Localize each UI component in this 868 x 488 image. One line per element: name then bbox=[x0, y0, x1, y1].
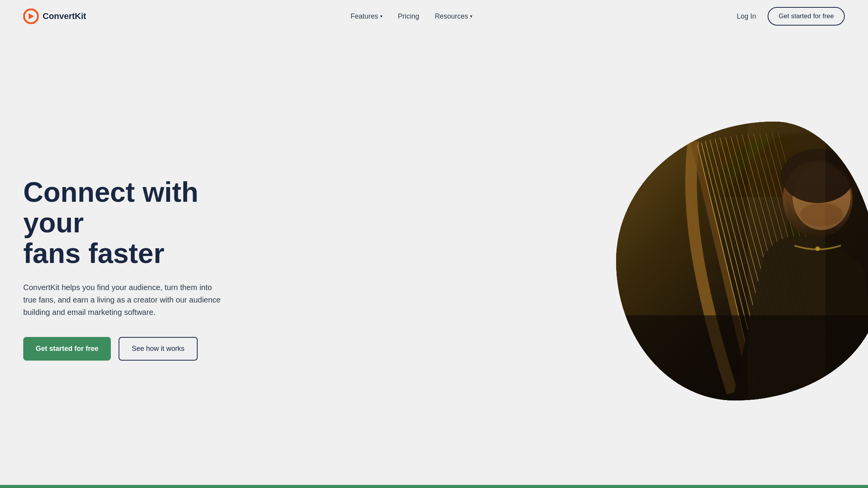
nav-item-resources[interactable]: Resources ▾ bbox=[435, 12, 472, 21]
nav-actions: Log In Get started for free bbox=[737, 7, 845, 26]
login-link[interactable]: Log In bbox=[737, 12, 756, 21]
hero-image-container bbox=[616, 122, 868, 400]
svg-rect-25 bbox=[616, 315, 868, 400]
resources-label: Resources bbox=[435, 12, 468, 21]
nav-item-pricing[interactable]: Pricing bbox=[398, 12, 419, 21]
bottom-accent-bar bbox=[0, 485, 868, 488]
pricing-label: Pricing bbox=[398, 12, 419, 21]
resources-link[interactable]: Resources ▾ bbox=[435, 12, 472, 21]
logo-text: ConvertKit bbox=[43, 11, 86, 21]
convertkit-logo-icon bbox=[23, 9, 39, 24]
hero-buttons: Get started for free See how it works bbox=[23, 337, 248, 361]
nav-links: Features ▾ Pricing Resources ▾ bbox=[351, 12, 472, 21]
hero-image-blob bbox=[616, 122, 868, 400]
features-link[interactable]: Features ▾ bbox=[351, 12, 382, 21]
resources-chevron-icon: ▾ bbox=[470, 14, 472, 19]
harp-visual bbox=[616, 122, 868, 400]
features-chevron-icon: ▾ bbox=[380, 14, 382, 19]
nav-item-features[interactable]: Features ▾ bbox=[351, 12, 382, 21]
hero-image-inner bbox=[616, 122, 868, 400]
navbar: ConvertKit Features ▾ Pricing Resources … bbox=[0, 0, 868, 33]
nav-get-started-button[interactable]: Get started for free bbox=[768, 7, 845, 26]
hero-content: Connect with your fans faster ConvertKit… bbox=[23, 162, 248, 361]
logo[interactable]: ConvertKit bbox=[23, 9, 86, 24]
hero-section: Connect with your fans faster ConvertKit… bbox=[0, 33, 868, 488]
features-label: Features bbox=[351, 12, 378, 21]
hero-title-line1: Connect with your bbox=[23, 177, 198, 238]
hero-get-started-button[interactable]: Get started for free bbox=[23, 337, 111, 361]
pricing-link[interactable]: Pricing bbox=[398, 12, 419, 21]
hero-title: Connect with your fans faster bbox=[23, 177, 248, 269]
hero-title-line2: fans faster bbox=[23, 238, 164, 269]
hero-see-how-button[interactable]: See how it works bbox=[119, 337, 198, 361]
hero-subtitle: ConvertKit helps you find your audience,… bbox=[23, 281, 225, 318]
